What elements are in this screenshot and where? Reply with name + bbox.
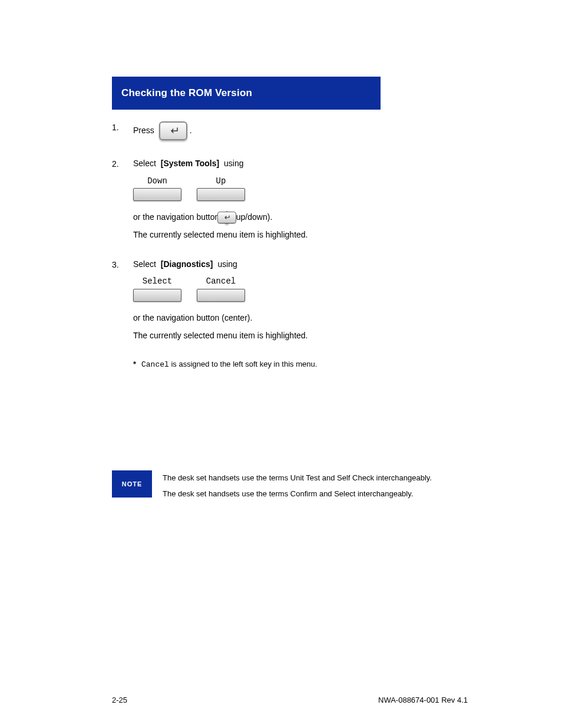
soft-key-up-button[interactable] <box>197 188 245 201</box>
step-1-content: Press . <box>133 121 468 146</box>
step-1-text-2: . <box>190 126 192 135</box>
step-2-text-1: Select <box>133 159 156 168</box>
step-2-line-2: or the navigation button (u <box>133 212 468 223</box>
enter-arrow-icon <box>167 127 179 135</box>
nav-pad-wrap <box>225 212 229 224</box>
note-block: NOTE The desk set handsets use the terms… <box>112 470 468 503</box>
soft-key-up: Up <box>197 176 245 202</box>
step-1-line: Press . <box>133 121 468 140</box>
soft-key-cancel-button[interactable] <box>197 289 245 302</box>
soft-key-select: Select <box>133 276 181 302</box>
step-2-text-5: . <box>270 212 272 222</box>
step-3-text-2: using <box>217 259 237 269</box>
step-3-text-4: . <box>250 313 252 322</box>
soft-key-down: Down <box>133 176 181 202</box>
step-2: 2. Select [System Tools] using Down Up o… <box>112 158 468 247</box>
step-2-content: Select [System Tools] using Down Up or t… <box>133 158 468 247</box>
soft-key-select-label: Select <box>143 276 172 288</box>
step-3-line-2: or the navigation button (center). <box>133 312 468 324</box>
star-note-cancel-label: Cancel <box>141 360 169 369</box>
banner: Checking the ROM Version <box>112 77 381 110</box>
step-3-number: 3. <box>112 259 133 269</box>
note-line-1: The desk set handsets use the terms Unit… <box>163 473 432 483</box>
footer-right: NWA-088674-001 Rev 4.1 <box>378 696 468 704</box>
step-2-menu-item: [System Tools] <box>161 159 219 168</box>
star-note-rest: is assigned to the left soft key in this… <box>169 360 317 368</box>
step-2-text-4: (up/down) <box>233 212 270 222</box>
banner-title: Checking the ROM Version <box>121 87 252 99</box>
step-3-text-1: Select <box>133 259 156 269</box>
step-1: 1. Press . <box>112 121 468 146</box>
page-container: Checking the ROM Version 1. Press . 2. S… <box>0 0 562 728</box>
step-2-text-3: or the navigation button <box>133 212 219 222</box>
enter-key-icon[interactable] <box>159 121 187 140</box>
note-text: The desk set handsets use the terms Unit… <box>163 470 432 503</box>
step-1-number: 1. <box>112 121 133 132</box>
step-2-line-3: The currently selected menu item is high… <box>133 229 468 241</box>
step-3: 3. Select [Diagnostics] using Select Can… <box>112 259 468 371</box>
step-3-line-3: The currently selected menu item is high… <box>133 330 468 342</box>
star-note-star: * <box>133 359 141 370</box>
soft-key-cancel-label: Cancel <box>206 276 236 288</box>
step-3-menu-item: [Diagnostics] <box>161 259 213 269</box>
step-3-button-row: Select Cancel <box>133 276 468 302</box>
note-badge: NOTE <box>112 470 152 498</box>
soft-key-cancel: Cancel <box>197 276 245 302</box>
nav-center-icon <box>217 212 236 223</box>
step-3-content: Select [Diagnostics] using Select Cancel… <box>133 259 468 371</box>
soft-key-up-label: Up <box>216 176 226 187</box>
note-line-2: The desk set handsets use the terms Conf… <box>163 489 432 499</box>
footer-left: 2-25 <box>112 696 127 704</box>
step-2-number: 2. <box>112 158 133 169</box>
step-2-text-2: using <box>224 159 243 168</box>
soft-key-down-button[interactable] <box>133 188 181 201</box>
star-note: * Cancel is assigned to the left soft ke… <box>133 359 468 370</box>
nav-center-enter-icon <box>223 215 231 220</box>
soft-key-select-button[interactable] <box>133 289 181 302</box>
step-3-line-1: Select [Diagnostics] using <box>133 259 468 271</box>
star-note-text: Cancel is assigned to the left soft key … <box>141 359 317 370</box>
step-2-button-row: Down Up <box>133 176 468 202</box>
navigation-pad-icon[interactable] <box>225 211 229 224</box>
soft-key-down-label: Down <box>147 176 167 187</box>
step-2-line-1: Select [System Tools] using <box>133 158 468 170</box>
step-3-text-3: or the navigation button (center) <box>133 313 250 322</box>
step-1-text-1: Press <box>133 126 154 135</box>
